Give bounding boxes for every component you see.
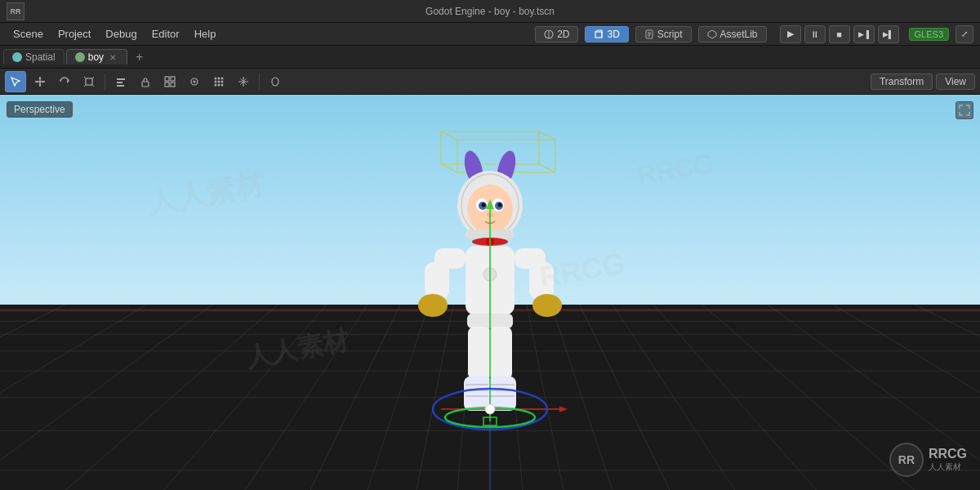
logo-icon: RR bbox=[7, 2, 24, 20]
scale-tool-button[interactable] bbox=[78, 71, 100, 92]
mode-2d-button[interactable]: 2D bbox=[535, 26, 578, 42]
lock-button[interactable] bbox=[135, 71, 156, 92]
menu-project[interactable]: Project bbox=[51, 26, 97, 42]
menu-scene[interactable]: Scene bbox=[7, 26, 50, 42]
tab-bar: Spatial boy ✕ + bbox=[0, 46, 980, 69]
2d-icon bbox=[544, 29, 554, 39]
svg-point-36 bbox=[215, 83, 217, 86]
svg-marker-13 bbox=[42, 80, 45, 82]
scale-icon bbox=[83, 76, 95, 87]
svg-rect-24 bbox=[165, 77, 169, 81]
fullscreen-button[interactable] bbox=[956, 101, 973, 119]
tab-spatial[interactable]: Spatial bbox=[3, 49, 65, 65]
tab-close-button[interactable]: ✕ bbox=[107, 51, 118, 63]
svg-marker-12 bbox=[35, 80, 38, 82]
svg-point-34 bbox=[218, 80, 220, 82]
paint-button[interactable] bbox=[265, 71, 286, 92]
paint-icon bbox=[270, 76, 281, 87]
svg-line-75 bbox=[539, 164, 555, 172]
assetlib-button[interactable]: AssetLib bbox=[698, 26, 767, 42]
select-icon bbox=[10, 76, 21, 87]
toolbar: Transform View bbox=[0, 69, 980, 95]
pivot-icon bbox=[189, 76, 200, 87]
assetlib-icon bbox=[707, 29, 717, 39]
align-button[interactable] bbox=[110, 71, 131, 92]
spatial-tab-icon bbox=[12, 52, 22, 62]
view-button[interactable]: View bbox=[936, 74, 975, 90]
svg-rect-96 bbox=[425, 262, 449, 299]
boy-tab-label: boy bbox=[88, 51, 104, 63]
svg-point-38 bbox=[221, 83, 224, 86]
perspective-label[interactable]: Perspective bbox=[7, 101, 73, 118]
svg-point-97 bbox=[418, 294, 448, 317]
play-button[interactable]: ▶ bbox=[780, 25, 801, 43]
app-logo: RR bbox=[7, 2, 24, 20]
svg-rect-15 bbox=[86, 78, 92, 85]
svg-point-35 bbox=[221, 80, 224, 82]
fullscreen-icon bbox=[959, 105, 970, 116]
transform-local-button[interactable] bbox=[233, 71, 254, 92]
window-title: Godot Engine - boy - boy.tscn bbox=[425, 6, 555, 17]
3d-icon bbox=[594, 29, 604, 39]
svg-line-16 bbox=[84, 77, 86, 78]
svg-point-29 bbox=[194, 80, 196, 82]
rotate-icon bbox=[59, 76, 70, 87]
menu-debug[interactable]: Debug bbox=[99, 26, 143, 42]
snap-icon bbox=[213, 76, 225, 87]
svg-point-31 bbox=[218, 77, 220, 79]
svg-line-18 bbox=[84, 85, 86, 87]
play-scene-button[interactable]: ▶▐ bbox=[853, 25, 875, 43]
mode-3d-button[interactable]: 3D bbox=[585, 26, 628, 42]
svg-point-86 bbox=[482, 203, 486, 207]
menubar-right: 2D 3D Script AssetLib ▶ ⏸ ■ ▶▐ ▶▌ GLES3 … bbox=[535, 25, 973, 43]
svg-rect-21 bbox=[117, 82, 122, 83]
title-bar: RR Godot Engine - boy - boy.tscn bbox=[0, 0, 980, 23]
tab-add-button[interactable]: + bbox=[129, 48, 149, 66]
svg-point-37 bbox=[218, 83, 220, 86]
svg-line-73 bbox=[539, 131, 555, 140]
svg-point-39 bbox=[272, 78, 278, 86]
snap-button[interactable] bbox=[208, 71, 229, 92]
script-button[interactable]: Script bbox=[635, 26, 692, 42]
menu-editor[interactable]: Editor bbox=[145, 26, 186, 42]
group-icon bbox=[164, 76, 176, 87]
move-icon bbox=[34, 76, 46, 87]
viewport[interactable]: Perspective bbox=[0, 95, 980, 490]
svg-rect-22 bbox=[117, 85, 124, 87]
toolbar-right: Transform View bbox=[871, 74, 975, 90]
script-icon bbox=[644, 29, 654, 39]
rotate-tool-button[interactable] bbox=[54, 71, 75, 92]
spatial-tab-label: Spatial bbox=[25, 51, 56, 63]
svg-point-33 bbox=[215, 80, 217, 82]
svg-point-32 bbox=[221, 77, 224, 79]
stop-button[interactable]: ■ bbox=[829, 25, 850, 43]
svg-rect-2 bbox=[595, 32, 602, 38]
pause-button[interactable]: ⏸ bbox=[804, 25, 826, 43]
transform-button[interactable]: Transform bbox=[871, 74, 933, 90]
lock-icon bbox=[140, 76, 151, 87]
align-icon bbox=[115, 76, 127, 87]
menu-help[interactable]: Help bbox=[188, 26, 223, 42]
svg-point-87 bbox=[498, 203, 502, 207]
move-tool-button[interactable] bbox=[29, 71, 51, 92]
play-custom-button[interactable]: ▶▌ bbox=[878, 25, 899, 43]
toolbar-separator-2 bbox=[259, 74, 260, 90]
tab-boy[interactable]: boy ✕ bbox=[66, 49, 127, 65]
rrcg-logo-circle: RR bbox=[889, 443, 924, 477]
svg-line-74 bbox=[441, 164, 457, 172]
boy-tab-icon bbox=[75, 52, 85, 62]
pivot-button[interactable] bbox=[184, 71, 205, 92]
svg-point-118 bbox=[485, 404, 495, 414]
character bbox=[392, 127, 588, 454]
svg-point-30 bbox=[215, 77, 217, 79]
group-button[interactable] bbox=[159, 71, 180, 92]
svg-rect-27 bbox=[171, 82, 175, 87]
expand-button[interactable]: ⤢ bbox=[956, 25, 973, 43]
svg-marker-115 bbox=[559, 406, 568, 412]
svg-line-19 bbox=[92, 85, 94, 87]
rrcg-text: RRCG 人人素材 bbox=[929, 447, 967, 473]
svg-rect-26 bbox=[165, 82, 169, 87]
svg-line-17 bbox=[92, 77, 94, 78]
menu-bar: Scene Project Debug Editor Help 2D 3D Sc… bbox=[0, 23, 980, 46]
select-tool-button[interactable] bbox=[5, 71, 26, 92]
